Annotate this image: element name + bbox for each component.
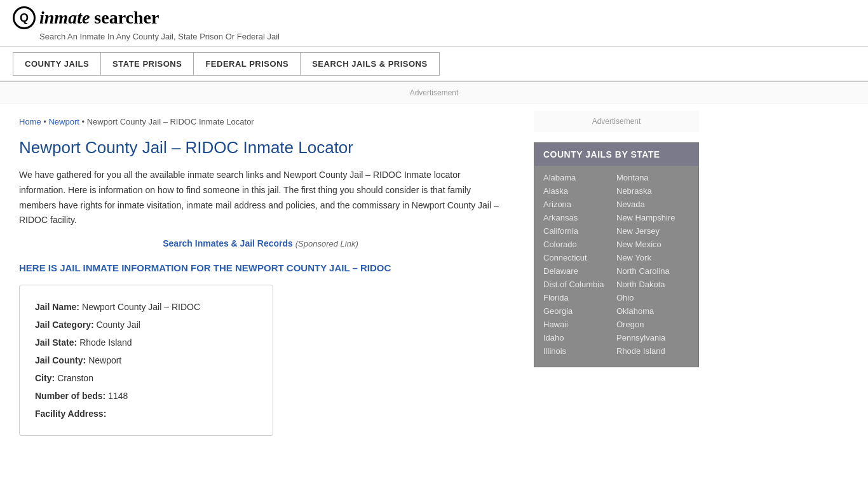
jail-name-label: Jail Name: [35,298,79,316]
state-item[interactable]: Dist.of Columbia [543,278,616,291]
logo-text: inmate searcher [39,8,159,28]
jail-state-value: Rhode Island [79,334,132,351]
logo-text-part2: searcher [94,8,159,27]
state-item[interactable]: Arizona [543,198,616,211]
state-item[interactable]: North Dakota [616,278,689,291]
nav-county-jails[interactable]: COUNTY JAILS [13,52,100,76]
state-item[interactable]: North Carolina [616,264,689,278]
state-item[interactable]: Delaware [543,264,616,278]
state-box: COUNTY JAILS BY STATE AlabamaAlaskaArizo… [534,142,699,367]
state-item[interactable]: New Hampshire [616,211,689,224]
state-item[interactable]: Ohio [616,291,689,304]
content: Home • Newport • Newport County Jail – R… [0,104,521,449]
breadcrumb-current: Newport County Jail – RIDOC Inmate Locat… [87,117,254,126]
state-item[interactable]: Illinois [543,344,616,358]
state-item[interactable]: Oklahoma [616,304,689,318]
info-row-address: Facility Address: [35,405,257,423]
state-item[interactable]: New Jersey [616,224,689,238]
beds-label: Number of beds: [35,387,105,405]
jail-category-label: Jail Category: [35,316,94,334]
jail-county-label: Jail County: [35,351,86,369]
state-item[interactable]: Colorado [543,238,616,251]
tagline: Search An Inmate In Any County Jail, Sta… [39,32,855,41]
state-item[interactable]: New Mexico [616,238,689,251]
jail-category-value: County Jail [97,316,140,334]
state-box-title: COUNTY JAILS BY STATE [534,143,698,166]
state-columns: AlabamaAlaskaArizonaArkansasCaliforniaCo… [543,171,689,358]
state-item[interactable]: Connecticut [543,251,616,264]
state-item[interactable]: Hawaii [543,318,616,331]
info-row-city: City: Cranston [35,369,257,387]
beds-value: 1148 [108,387,128,405]
description: We have gathered for you all the availab… [19,168,502,228]
nav-federal-prisons[interactable]: FEDERAL PRISONS [193,52,300,76]
info-row-beds: Number of beds: 1148 [35,387,257,405]
state-item[interactable]: Rhode Island [616,344,689,358]
info-row-jail-county: Jail County: Newport [35,351,257,369]
sponsored-label-text: (Sponsored Link) [295,239,358,248]
sidebar: Advertisement COUNTY JAILS BY STATE Alab… [521,104,712,449]
jail-state-label: Jail State: [35,334,77,351]
main-layout: Home • Newport • Newport County Jail – R… [0,104,868,449]
address-label: Facility Address: [35,405,106,423]
header: Q inmate searcher Search An Inmate In An… [0,0,868,47]
breadcrumb-sep2: • [82,117,87,126]
info-row-jail-state: Jail State: Rhode Island [35,334,257,351]
nav-search[interactable]: SEARCH JAILS & PRISONS [300,52,439,76]
state-item[interactable]: Georgia [543,304,616,318]
state-col-right: MontanaNebraskaNevadaNew HampshireNew Je… [616,171,689,358]
state-box-content: AlabamaAlaskaArizonaArkansasCaliforniaCo… [534,166,698,367]
state-item[interactable]: Arkansas [543,211,616,224]
info-row-jail-name: Jail Name: Newport County Jail – RIDOC [35,298,257,316]
city-value: Cranston [57,369,93,387]
logo-area: Q inmate searcher [13,6,855,29]
sponsored-link: Search Inmates & Jail Records (Sponsored… [19,238,502,248]
state-item[interactable]: Nevada [616,198,689,211]
jail-county-value: Newport [88,351,121,369]
state-item[interactable]: Alaska [543,184,616,198]
city-label: City: [35,369,55,387]
info-row-jail-category: Jail Category: County Jail [35,316,257,334]
page-title: Newport County Jail – RIDOC Inmate Locat… [19,138,502,158]
state-item[interactable]: Montana [616,171,689,184]
section-heading: HERE IS JAIL INMATE INFORMATION FOR THE … [19,262,502,273]
state-item[interactable]: California [543,224,616,238]
ad-bar: Advertisement [0,82,868,104]
state-col-left: AlabamaAlaskaArizonaArkansasCaliforniaCo… [543,171,616,358]
nav: COUNTY JAILS STATE PRISONS FEDERAL PRISO… [0,47,868,82]
info-box: Jail Name: Newport County Jail – RIDOC J… [19,285,273,436]
nav-state-prisons[interactable]: STATE PRISONS [100,52,193,76]
state-item[interactable]: Alabama [543,171,616,184]
breadcrumb-location[interactable]: Newport [48,117,79,126]
logo-text-part1: inmate [39,8,90,27]
breadcrumb-home[interactable]: Home [19,117,41,126]
state-item[interactable]: Idaho [543,331,616,344]
sidebar-ad: Advertisement [534,111,699,132]
state-item[interactable]: Oregon [616,318,689,331]
state-item[interactable]: Florida [543,291,616,304]
state-item[interactable]: Pennsylvania [616,331,689,344]
logo-icon: Q [13,6,36,29]
breadcrumb: Home • Newport • Newport County Jail – R… [19,117,502,126]
jail-name-value: Newport County Jail – RIDOC [82,298,200,316]
sponsored-link-anchor[interactable]: Search Inmates & Jail Records [163,238,293,248]
state-item[interactable]: New York [616,251,689,264]
state-item[interactable]: Nebraska [616,184,689,198]
